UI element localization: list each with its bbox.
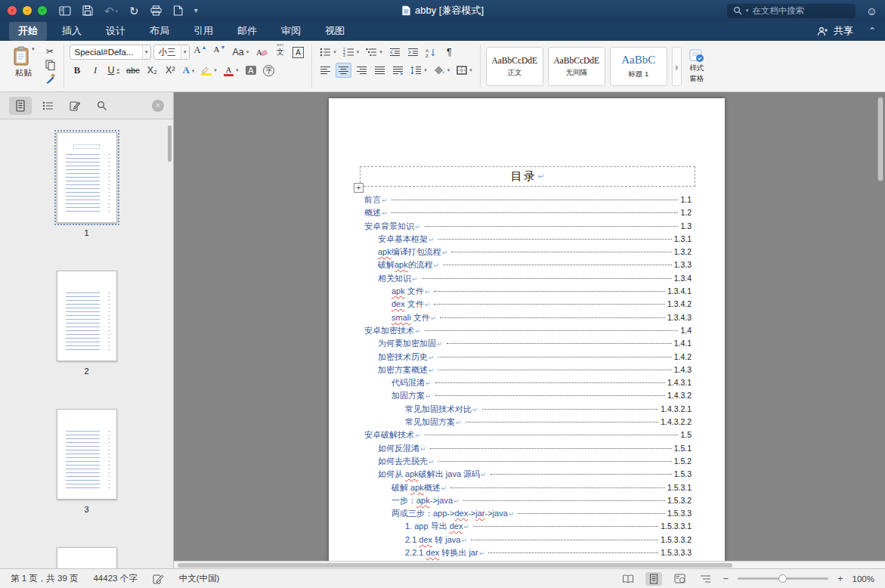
format-painter-button[interactable]	[42, 72, 58, 85]
zoom-out-button[interactable]: −	[723, 573, 729, 584]
horizontal-scrollbar[interactable]	[174, 561, 885, 568]
word-count[interactable]: 44423 个字	[93, 573, 137, 584]
toc-entry[interactable]: 代码混淆↵1.4.3.1	[364, 376, 692, 389]
clear-formatting-button[interactable]: A	[253, 45, 270, 60]
toc-entry[interactable]: 相关知识↵1.3.4	[364, 272, 692, 285]
style-pane-button[interactable]: 样式 窗格	[686, 49, 707, 84]
thumbnails-pane-tab[interactable]	[9, 97, 32, 115]
highlight-button[interactable]	[199, 63, 219, 78]
focus-view-button[interactable]	[620, 572, 636, 586]
style-card-1[interactable]: AaBbCcDdE正文	[486, 47, 543, 86]
toc-entry[interactable]: 前言↵1.1	[364, 193, 692, 206]
search-input[interactable]	[752, 6, 841, 15]
share-button[interactable]: 共享	[817, 24, 853, 38]
toc-entry[interactable]: 概述↵1.2	[364, 206, 692, 219]
font-size-dropdown-icon[interactable]: ▾	[181, 45, 189, 59]
paste-button[interactable]: ▾ 粘贴	[10, 45, 38, 80]
tab-审阅[interactable]: 审阅	[272, 22, 310, 41]
toc-entry[interactable]: 安卓背景知识↵1.3	[364, 220, 692, 233]
vertical-scrollbar-thumb[interactable]	[877, 97, 883, 181]
horizontal-scrollbar-thumb[interactable]	[178, 563, 732, 568]
web-layout-view-button[interactable]	[671, 572, 688, 586]
line-spacing-button[interactable]	[408, 63, 429, 78]
subscript-button[interactable]: X₂	[144, 63, 160, 78]
style-card-2[interactable]: AaBbCcDdE无间隔	[548, 47, 605, 86]
bold-button[interactable]: B	[70, 63, 85, 78]
font-size-combo[interactable]: 小三▾	[153, 45, 190, 60]
styles-more-button[interactable]: ›	[672, 47, 682, 86]
toc-entry[interactable]: 破解 apk概述↵1.5.3.1	[364, 481, 692, 494]
superscript-button[interactable]: X²	[162, 63, 178, 78]
tab-设计[interactable]: 设计	[97, 22, 135, 41]
align-left-button[interactable]	[317, 63, 333, 78]
print-icon[interactable]	[150, 5, 162, 16]
review-pane-tab[interactable]	[63, 97, 86, 115]
shading-button[interactable]	[432, 63, 453, 78]
close-window-button[interactable]	[8, 6, 17, 15]
phonetic-guide-button[interactable]: 文wén	[272, 45, 288, 60]
tab-布局[interactable]: 布局	[141, 22, 178, 41]
distribute-text-button[interactable]	[390, 63, 406, 78]
font-color-button[interactable]: A	[221, 63, 241, 78]
tab-邮件[interactable]: 邮件	[228, 22, 266, 41]
toc-entry[interactable]: dex 文件↵1.3.4.2	[364, 298, 692, 311]
align-center-button[interactable]	[336, 63, 351, 78]
tab-插入[interactable]: 插入	[53, 22, 91, 41]
toc-entry[interactable]: 加固方案↵1.4.3.2	[364, 389, 692, 402]
copy-button[interactable]	[42, 58, 58, 71]
toc-entry[interactable]: 安卓加密技术↵1.4	[364, 324, 692, 337]
redo-icon[interactable]: ↻	[129, 5, 139, 17]
toc-entry[interactable]: 如何反混淆↵1.5.1	[364, 442, 692, 455]
toc-title-box[interactable]: 目录↵	[360, 166, 695, 187]
page-thumbnail-1[interactable]: 1	[0, 132, 173, 237]
document-search-box[interactable]: ▾	[727, 4, 856, 18]
zoom-level[interactable]: 100%	[853, 574, 874, 583]
customize-toolbar-icon[interactable]: ▾	[194, 7, 198, 14]
toc-entry[interactable]: 安卓基本框架↵1.3.1	[364, 233, 692, 246]
toc-entry[interactable]: 常见加固技术对比↵1.4.3.2.1	[364, 403, 692, 416]
print-layout-view-button[interactable]	[645, 572, 662, 586]
page-thumbnail-4[interactable]: 4	[0, 547, 173, 568]
page-indicator[interactable]: 第 1 页，共 39 页	[11, 573, 78, 584]
sidebar-toggle-icon[interactable]	[59, 6, 71, 16]
increase-indent-button[interactable]	[405, 45, 421, 60]
collapse-ribbon-icon[interactable]: ⌃	[868, 26, 876, 36]
borders-button[interactable]	[454, 63, 475, 78]
document-page[interactable]: 目录↵ + 前言↵1.1概述↵1.2安卓背景知识↵1.3安卓基本框架↵1.3.1…	[329, 98, 725, 568]
sort-button[interactable]: AZ	[423, 45, 439, 60]
strikethrough-button[interactable]: abc	[124, 63, 142, 78]
tab-视图[interactable]: 视图	[316, 22, 354, 41]
toc-entry[interactable]: 两或三步：app->dex->jar->java↵1.5.3.3	[364, 507, 692, 520]
search-scope-chevron-icon[interactable]: ▾	[746, 8, 749, 14]
show-paragraph-marks-button[interactable]: ¶	[441, 45, 457, 60]
minimize-window-button[interactable]	[23, 6, 32, 15]
toc-entry[interactable]: 2.1 dex 转 java↵1.5.3.3.2	[364, 534, 692, 546]
close-sidebar-button[interactable]: ×	[152, 100, 164, 112]
toc-entry[interactable]: 破解apk的流程↵1.3.3	[364, 258, 692, 271]
toc-entry[interactable]: 加密方案概述↵1.4.3	[364, 364, 692, 376]
toc-entry[interactable]: 如何去壳脱壳↵1.5.2	[364, 455, 692, 468]
zoom-slider-knob[interactable]	[778, 574, 787, 583]
numbering-button[interactable]: 123	[341, 45, 362, 60]
toc-entry[interactable]: 2.2.1 dex 转换出 jar↵1.5.3.3.3	[364, 546, 692, 559]
toc-entry[interactable]: apk 文件↵1.3.4.1	[364, 285, 692, 298]
toc-entry[interactable]: 常见加固方案↵1.4.3.2.2	[364, 416, 692, 429]
feedback-smiley-icon[interactable]: ☺	[866, 5, 877, 17]
italic-button[interactable]: I	[88, 63, 104, 78]
save-icon[interactable]	[82, 5, 93, 16]
font-name-combo[interactable]: Special#Defa...▾	[70, 45, 151, 60]
outline-view-button[interactable]	[697, 572, 713, 586]
zoom-slider[interactable]	[738, 577, 828, 580]
toc-entry[interactable]: 安卓破解技术↵1.5	[364, 429, 692, 441]
toc-entry[interactable]: 为何要加密加固↵1.4.1	[364, 337, 692, 350]
change-case-button[interactable]: Aa	[230, 45, 251, 60]
headings-pane-tab[interactable]	[36, 97, 59, 115]
text-effects-button[interactable]: A	[181, 63, 197, 78]
new-document-icon[interactable]	[173, 5, 183, 16]
underline-button[interactable]: U	[106, 63, 122, 78]
bullets-button[interactable]	[317, 45, 339, 60]
decrease-indent-button[interactable]	[387, 45, 403, 60]
character-border-button[interactable]: A	[290, 45, 306, 60]
find-pane-tab[interactable]	[91, 97, 113, 115]
undo-icon[interactable]: ↶▾	[104, 5, 118, 17]
